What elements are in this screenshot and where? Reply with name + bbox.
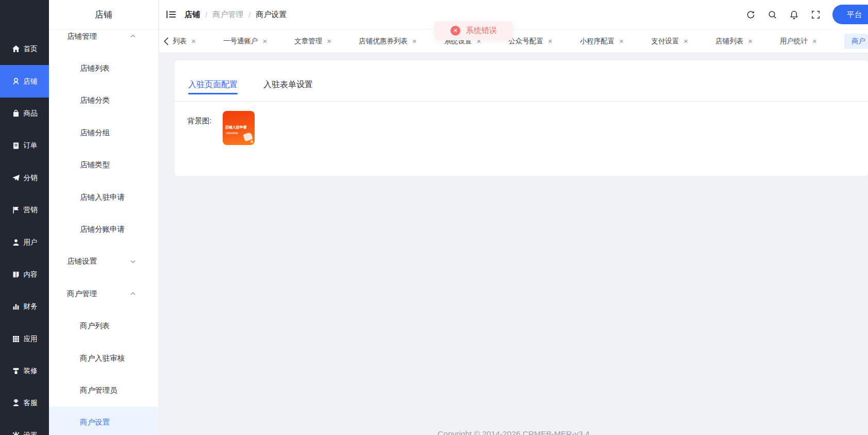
sidebar-item-finance[interactable]: 财务 bbox=[0, 291, 49, 323]
main-area: 店铺 / 商户管理 / 商户设置 平台 列表× 一号通账户× 文章管理× 店铺优… bbox=[159, 0, 868, 435]
sidebar-item-shop[interactable]: 店铺 bbox=[0, 65, 49, 97]
tab-scroll-left-icon[interactable] bbox=[161, 36, 173, 47]
sidebar-item-label: 客服 bbox=[24, 398, 38, 408]
menu-collapse-icon[interactable] bbox=[165, 9, 177, 20]
menu-item-shop-category[interactable]: 店铺分类 bbox=[49, 85, 158, 117]
breadcrumb-shop[interactable]: 店铺 bbox=[185, 10, 200, 20]
tab-label: 店铺优惠券列表 bbox=[359, 37, 408, 46]
breadcrumb-merchant-manage[interactable]: 商户管理 bbox=[212, 10, 243, 20]
background-image-thumbnail[interactable]: 店铺入驻申请 bbox=[223, 111, 255, 145]
tab-close-icon[interactable]: × bbox=[412, 37, 417, 45]
menu-item-label: 店铺分类 bbox=[80, 95, 110, 105]
sidebar-item-distribution[interactable]: 分销 bbox=[0, 162, 49, 194]
sidebar-item-label: 内容 bbox=[24, 270, 38, 279]
tab-entry-form-settings[interactable]: 入驻表单设置 bbox=[263, 79, 313, 101]
refresh-icon[interactable] bbox=[746, 10, 756, 20]
tab-close-icon[interactable]: × bbox=[683, 37, 688, 45]
tab-entry-page-config[interactable]: 入驻页面配置 bbox=[188, 79, 238, 101]
copyright-footer: Copyright © 2014-2026 CRMEB-MER-v3.4 bbox=[159, 429, 868, 435]
goods-bag-icon bbox=[12, 109, 20, 118]
fullscreen-icon[interactable] bbox=[811, 10, 821, 20]
page-tab-bar: 列表× 一号通账户× 文章管理× 店铺优惠券列表× 系统设置× 公众号配置× 小… bbox=[159, 29, 868, 53]
menu-group-shop-manage[interactable]: 店铺管理 bbox=[49, 30, 158, 52]
sidebar-item-marketing[interactable]: 营销 bbox=[0, 194, 49, 226]
settings-card: 入驻页面配置 入驻表单设置 背景图: 店铺入驻申请 bbox=[175, 60, 868, 176]
distribution-plane-icon bbox=[12, 174, 20, 182]
menu-group-shop-settings[interactable]: 店铺设置 bbox=[49, 246, 158, 278]
menu-item-merchant-settings[interactable]: 商户设置 bbox=[49, 407, 158, 435]
sidebar-item-label: 店铺 bbox=[24, 77, 38, 86]
menu-group-merchant-manage[interactable]: 商户管理 bbox=[49, 278, 158, 310]
breadcrumb: 店铺 / 商户管理 / 商户设置 bbox=[185, 10, 287, 20]
tab-label: 一号通账户 bbox=[223, 37, 258, 46]
decorate-paint-icon bbox=[12, 367, 20, 375]
content-book-icon bbox=[12, 270, 20, 279]
tab-close-icon[interactable]: × bbox=[748, 37, 753, 45]
sidebar-item-decorate[interactable]: 装修 bbox=[0, 355, 49, 387]
menu-item-shop-list[interactable]: 店铺列表 bbox=[49, 52, 158, 84]
secondary-sidebar: 店铺 店铺管理 店铺列表 店铺分类 店铺分组 店铺类型 店铺入驻申请 店铺分账申… bbox=[49, 0, 159, 435]
tab-close-icon[interactable]: × bbox=[191, 37, 196, 45]
tab-label: 用户统计 bbox=[780, 37, 808, 46]
sidebar-item-user[interactable]: 用户 bbox=[0, 226, 49, 258]
menu-item-shop-split-apply[interactable]: 店铺分账申请 bbox=[49, 213, 158, 245]
sidebar-menu: 店铺管理 店铺列表 店铺分类 店铺分组 店铺类型 店铺入驻申请 店铺分账申请 店… bbox=[49, 30, 158, 435]
menu-item-shop-apply[interactable]: 店铺入驻申请 bbox=[49, 181, 158, 213]
chevron-down-icon bbox=[130, 259, 136, 265]
notification-bell-icon[interactable] bbox=[789, 10, 799, 20]
tab-close-icon[interactable]: × bbox=[262, 37, 267, 45]
tab-onepass-account[interactable]: 一号通账户× bbox=[223, 37, 267, 46]
thumbnail-caption: 店铺入驻申请 bbox=[225, 125, 247, 130]
tab-close-icon[interactable]: × bbox=[327, 37, 331, 45]
chevron-up-icon bbox=[130, 291, 136, 297]
error-toast-message: 系统错误 bbox=[466, 26, 497, 36]
user-icon bbox=[12, 238, 20, 247]
sidebar-item-service[interactable]: 客服 bbox=[0, 387, 49, 419]
thumbnail-subtext-bar bbox=[226, 132, 238, 134]
menu-item-shop-group[interactable]: 店铺分组 bbox=[49, 117, 158, 149]
tab-shop-coupon-list[interactable]: 店铺优惠券列表× bbox=[359, 37, 416, 46]
thumbnail-spark-graphic bbox=[251, 140, 253, 143]
sidebar-item-content[interactable]: 内容 bbox=[0, 259, 49, 291]
card-tabs: 入驻页面配置 入驻表单设置 bbox=[175, 60, 868, 102]
tab-label: 商户 bbox=[852, 37, 865, 46]
sidebar-item-label: 应用 bbox=[24, 334, 38, 344]
open-tabs: 列表× 一号通账户× 文章管理× 店铺优惠券列表× 系统设置× 公众号配置× 小… bbox=[173, 34, 868, 49]
top-header: 店铺 / 商户管理 / 商户设置 平台 bbox=[159, 0, 868, 29]
menu-item-merchant-audit[interactable]: 商户入驻审核 bbox=[49, 342, 158, 374]
search-icon[interactable] bbox=[767, 10, 777, 20]
tab-payment-settings[interactable]: 支付设置× bbox=[651, 37, 688, 46]
menu-item-merchant-list[interactable]: 商户列表 bbox=[49, 310, 158, 342]
breadcrumb-separator: / bbox=[205, 10, 207, 19]
background-image-label: 背景图: bbox=[187, 111, 212, 126]
background-image-field: 背景图: 店铺入驻申请 bbox=[175, 102, 868, 145]
sidebar-item-goods[interactable]: 商品 bbox=[0, 98, 49, 130]
sidebar-item-label: 商品 bbox=[24, 109, 38, 118]
tab-list[interactable]: 列表× bbox=[173, 37, 196, 46]
tab-close-icon[interactable]: × bbox=[619, 37, 624, 45]
menu-item-shop-type[interactable]: 店铺类型 bbox=[49, 149, 158, 181]
menu-item-label: 店铺分组 bbox=[80, 128, 110, 138]
tab-close-icon[interactable]: × bbox=[812, 37, 817, 45]
sidebar-item-apps[interactable]: 应用 bbox=[0, 323, 49, 355]
tab-close-icon[interactable]: × bbox=[548, 37, 553, 45]
tab-miniprogram-config[interactable]: 小程序配置× bbox=[580, 37, 624, 46]
tab-article-manage[interactable]: 文章管理× bbox=[294, 37, 331, 46]
tab-user-statistics[interactable]: 用户统计× bbox=[780, 37, 817, 46]
menu-item-merchant-admin[interactable]: 商户管理员 bbox=[49, 374, 158, 406]
menu-item-label: 商户入驻审核 bbox=[80, 353, 125, 363]
menu-group-label: 店铺设置 bbox=[67, 256, 97, 266]
header-actions: 平台 bbox=[746, 5, 858, 24]
tab-merchant-settings-active[interactable]: 商户 bbox=[844, 34, 868, 49]
menu-item-label: 店铺类型 bbox=[80, 160, 110, 170]
tab-label: 店铺列表 bbox=[715, 37, 743, 46]
sidebar-item-order[interactable]: 订单 bbox=[0, 130, 49, 162]
tab-shop-list[interactable]: 店铺列表× bbox=[715, 37, 753, 46]
tab-official-account-config[interactable]: 公众号配置× bbox=[508, 37, 552, 46]
menu-group-label: 商户管理 bbox=[67, 289, 97, 299]
sidebar-title: 店铺 bbox=[49, 0, 158, 29]
finance-chart-icon bbox=[12, 302, 20, 311]
sidebar-item-home[interactable]: 首页 bbox=[0, 33, 49, 65]
platform-button[interactable]: 平台 bbox=[832, 5, 868, 24]
sidebar-item-settings[interactable]: 设置 bbox=[0, 420, 49, 435]
